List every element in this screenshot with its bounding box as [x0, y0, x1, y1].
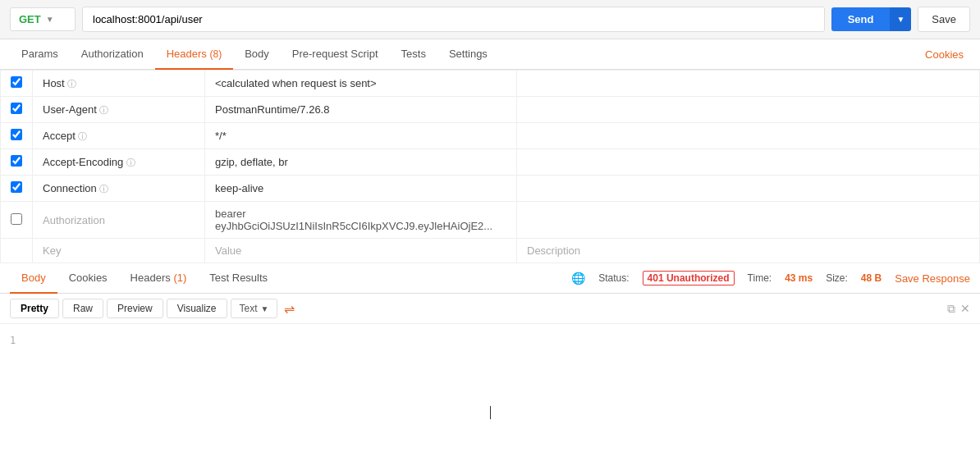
send-dropdown-button[interactable]: ▼ — [890, 7, 911, 31]
table-row: Accept ⓘ */* — [1, 123, 980, 149]
cookies-link[interactable]: Cookies — [918, 40, 970, 69]
headers-section: Host ⓘ <calculated when request is sent>… — [0, 70, 980, 263]
table-row-empty: Key Value Description — [1, 239, 980, 263]
header-checkbox-authorization[interactable] — [11, 213, 22, 225]
tab-body[interactable]: Body — [233, 39, 281, 70]
time-value: 43 ms — [785, 272, 813, 284]
send-button-group: Send ▼ — [831, 7, 912, 31]
copy-icons: ⧉ ✕ — [947, 302, 970, 316]
info-icon[interactable]: ⓘ — [67, 79, 76, 89]
headers-table: Host ⓘ <calculated when request is sent>… — [0, 70, 980, 263]
copy-icon[interactable]: ⧉ — [947, 302, 955, 316]
raw-button[interactable]: Raw — [62, 299, 103, 318]
response-tabs-bar: Body Cookies Headers (1) Test Results 🌐 … — [0, 263, 980, 294]
request-tabs: Params Authorization Headers (8) Body Pr… — [0, 39, 980, 70]
header-checkbox-useragent[interactable] — [11, 103, 22, 114]
preview-button[interactable]: Preview — [107, 299, 163, 318]
top-bar: GET ▼ Send ▼ Save — [0, 0, 980, 39]
tab-tests[interactable]: Tests — [390, 39, 437, 70]
tab-settings[interactable]: Settings — [437, 39, 499, 70]
method-select[interactable]: GET ▼ — [10, 7, 76, 31]
res-tab-testresults[interactable]: Test Results — [198, 263, 279, 294]
save-response-link[interactable]: Save Response — [895, 272, 970, 285]
tab-params[interactable]: Params — [10, 39, 70, 70]
table-row: Connection ⓘ keep-alive — [1, 176, 980, 202]
globe-icon: 🌐 — [571, 272, 585, 285]
table-row: Accept-Encoding ⓘ gzip, deflate, br — [1, 149, 980, 176]
table-row: User-Agent ⓘ PostmanRuntime/7.26.8 — [1, 97, 980, 123]
clear-icon[interactable]: ✕ — [960, 302, 970, 316]
res-tab-headers[interactable]: Headers (1) — [119, 263, 199, 294]
table-row: Host ⓘ <calculated when request is sent> — [1, 71, 980, 97]
line-number: 1 — [10, 335, 16, 346]
method-chevron-icon: ▼ — [46, 15, 54, 24]
header-checkbox-acceptencoding[interactable] — [11, 155, 22, 167]
info-icon[interactable]: ⓘ — [99, 105, 108, 115]
info-icon[interactable]: ⓘ — [126, 158, 135, 167]
res-tab-body[interactable]: Body — [10, 263, 57, 294]
table-row: Authorization bearer eyJhbGciOiJSUzI1NiI… — [1, 202, 980, 239]
size-value: 48 B — [861, 272, 882, 284]
code-area: 1 — [0, 324, 980, 390]
text-cursor — [490, 406, 491, 419]
send-button[interactable]: Send — [831, 7, 891, 31]
size-label: Size: — [826, 272, 848, 284]
header-checkbox-host[interactable] — [11, 76, 22, 88]
pretty-button[interactable]: Pretty — [10, 299, 59, 318]
method-label: GET — [19, 13, 41, 25]
response-status-bar: 🌐 Status: 401 Unauthorized Time: 43 ms S… — [565, 271, 970, 285]
header-checkbox-connection[interactable] — [11, 181, 22, 193]
status-value: 401 Unauthorized — [643, 271, 735, 285]
tab-headers[interactable]: Headers (8) — [155, 39, 233, 70]
cursor-area — [0, 390, 980, 436]
chevron-down-icon: ▼ — [261, 304, 269, 313]
wrap-icon[interactable]: ⇌ — [284, 301, 295, 317]
time-label: Time: — [748, 272, 772, 284]
tab-authorization[interactable]: Authorization — [70, 39, 155, 70]
header-checkbox-accept[interactable] — [11, 129, 22, 140]
status-label: Status: — [598, 272, 629, 284]
body-toolbar: Pretty Raw Preview Visualize Text ▼ ⇌ ⧉ … — [0, 294, 980, 324]
tab-prerequest[interactable]: Pre-request Script — [281, 39, 390, 70]
info-icon[interactable]: ⓘ — [78, 131, 87, 141]
save-button[interactable]: Save — [918, 7, 970, 32]
text-format-dropdown[interactable]: Text ▼ — [231, 299, 278, 318]
info-icon[interactable]: ⓘ — [99, 184, 108, 194]
visualize-button[interactable]: Visualize — [167, 299, 227, 318]
url-input[interactable] — [82, 7, 825, 32]
res-tab-cookies[interactable]: Cookies — [57, 263, 119, 294]
